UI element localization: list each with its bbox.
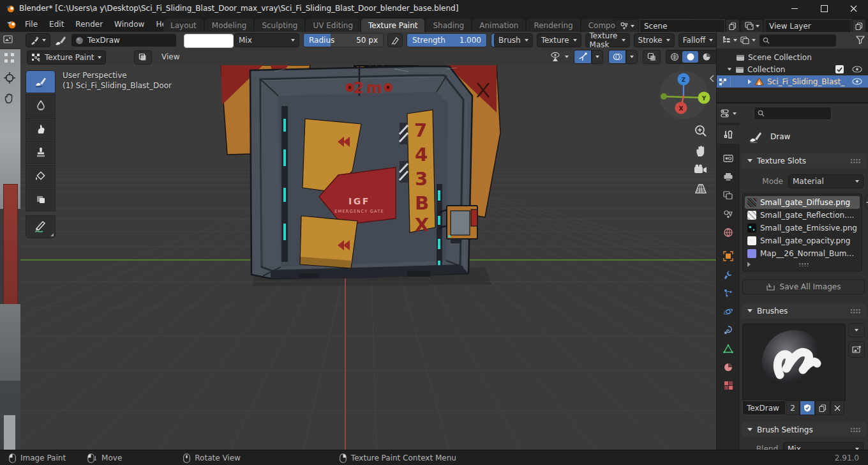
expand-arrow-icon[interactable] — [728, 68, 731, 71]
tab-particles[interactable] — [717, 284, 740, 302]
view-layer-name-field[interactable]: View Layer — [765, 19, 851, 33]
brush-users-count[interactable]: 2 — [786, 400, 800, 415]
tab-material[interactable] — [717, 358, 740, 376]
tool-clone[interactable] — [26, 141, 56, 164]
tab-sculpting[interactable]: Sculpting — [255, 19, 304, 32]
blend-mode-dropdown[interactable]: Mix — [234, 33, 299, 47]
mode-dropdown[interactable]: Material — [788, 174, 864, 188]
camera-view-icon[interactable] — [693, 164, 708, 176]
tool-soften[interactable] — [26, 94, 56, 117]
save-all-images-button[interactable]: Save All Images — [742, 279, 865, 294]
list-expand-icon[interactable] — [747, 262, 751, 267]
tab-output[interactable] — [717, 167, 740, 186]
cursor-icon[interactable] — [3, 72, 16, 84]
strength-slider[interactable]: Strength 1.000 — [407, 33, 487, 47]
tab-rendering[interactable]: Rendering — [527, 19, 580, 32]
tool-annotate[interactable] — [26, 215, 56, 238]
viewport-3d[interactable]: IGF EMERGENCY GATE 7 4 3 B X — [20, 65, 716, 450]
outliner-search-input[interactable] — [759, 34, 837, 47]
brush-settings-panel-header[interactable]: Brush Settings — [742, 422, 866, 437]
texture-slot-item[interactable]: Small_gate_Reflection.... — [745, 209, 860, 222]
texture-slots-panel-header[interactable]: Texture Slots — [742, 153, 866, 168]
falloff-shape-button[interactable] — [134, 50, 152, 65]
outliner-row-object-selected[interactable]: Sci_Fi_Sliding_Blast_ — [717, 75, 868, 88]
hand-icon[interactable] — [3, 92, 16, 105]
outliner-display-mode-dropdown[interactable] — [722, 36, 737, 45]
tab-render[interactable] — [717, 149, 740, 167]
scene-browse-button[interactable] — [615, 19, 639, 33]
scene-new-button[interactable] — [726, 19, 740, 33]
outliner-filter-button[interactable] — [856, 36, 865, 46]
outliner-row-scene-collection[interactable]: Scene Collection — [717, 51, 868, 63]
brush-color-swatch[interactable] — [184, 34, 234, 48]
shading-solid-button[interactable] — [682, 51, 698, 63]
close-button[interactable] — [839, 0, 868, 17]
tab-animation[interactable]: Animation — [472, 19, 525, 32]
tab-scene[interactable] — [717, 204, 740, 223]
zoom-icon[interactable] — [694, 124, 708, 138]
pan-hand-icon[interactable] — [694, 144, 708, 158]
show-overlays-toggle[interactable] — [608, 50, 626, 64]
shading-wireframe-button[interactable] — [666, 51, 682, 63]
popover-texture[interactable]: Texture — [537, 33, 581, 47]
popover-texture-mask[interactable]: Texture Mask — [585, 33, 630, 47]
brush-datablock-field[interactable]: TexDraw — [71, 33, 177, 47]
hide-eye-icon[interactable] — [852, 78, 862, 85]
new-brush-image-button[interactable] — [848, 341, 865, 358]
texture-slot-item[interactable]: Map__26_Normal_Bum... — [745, 247, 860, 260]
duplicate-brush-button[interactable] — [815, 400, 830, 415]
outliner-row-collection[interactable]: Collection — [717, 63, 868, 75]
shading-material-button[interactable] — [698, 51, 714, 63]
visibility-dropdown[interactable] — [550, 52, 569, 62]
view-menu[interactable]: View — [156, 49, 185, 65]
fake-user-toggle[interactable] — [800, 400, 815, 415]
minimize-button[interactable] — [780, 0, 809, 17]
brush-name-field[interactable]: TexDraw — [742, 400, 786, 415]
tab-modifiers[interactable] — [717, 265, 740, 284]
tool-draw[interactable] — [26, 70, 56, 93]
tab-physics[interactable] — [717, 302, 740, 321]
tab-texture-paint[interactable]: Texture Paint — [361, 19, 424, 32]
properties-search-input[interactable] — [754, 107, 832, 120]
menu-window[interactable]: Window — [108, 17, 150, 32]
tab-view-layer[interactable] — [717, 186, 740, 204]
brush-browse-dropdown[interactable] — [848, 323, 865, 337]
panel-grip[interactable] — [850, 158, 861, 164]
popover-brush[interactable]: Brush — [494, 33, 533, 47]
texture-slot-item[interactable]: Small_gate_Emissive.png — [745, 222, 860, 234]
texture-slot-item[interactable]: Small_gate_opacity.png — [745, 234, 860, 247]
list-resize-grip[interactable] — [798, 263, 809, 266]
brush-preview[interactable] — [742, 323, 846, 401]
tab-constraints[interactable] — [717, 321, 740, 339]
navigation-gizmo[interactable]: Z Y X — [659, 71, 710, 119]
menu-edit[interactable]: Edit — [43, 17, 70, 32]
texture-slot-item[interactable]: Small_gate_Diffuse.png — [745, 196, 860, 209]
outliner-filter-collection-dropdown[interactable] — [740, 36, 756, 45]
add-texture-slot-button[interactable]: + — [865, 195, 868, 209]
panel-grip[interactable] — [850, 427, 861, 432]
xray-toggle[interactable] — [643, 50, 661, 64]
tool-mask[interactable] — [26, 188, 56, 211]
radius-slider[interactable]: Radius 50 px — [303, 33, 384, 47]
maximize-button[interactable] — [809, 0, 839, 17]
brush-icon[interactable] — [54, 34, 67, 46]
brushes-panel-header[interactable]: Brushes — [742, 303, 866, 318]
tab-modeling[interactable]: Modeling — [205, 19, 254, 32]
popover-falloff[interactable]: Falloff — [678, 33, 717, 47]
blender-menu-logo-icon[interactable] — [6, 19, 17, 29]
sidebar-collapse-arrow[interactable] — [708, 74, 715, 85]
tab-shading[interactable]: Shading — [426, 19, 471, 32]
menu-render[interactable]: Render — [70, 17, 108, 32]
properties-editor-type-dropdown[interactable] — [721, 109, 737, 118]
tool-smear[interactable] — [26, 118, 56, 141]
view-layer-browse-button[interactable] — [740, 19, 764, 33]
tool-fill[interactable] — [26, 165, 56, 188]
gizmo-dropdown[interactable] — [592, 50, 603, 64]
scene-name-field[interactable]: Scene — [640, 19, 725, 33]
tab-world[interactable] — [717, 223, 740, 241]
tab-object[interactable] — [717, 247, 740, 265]
tab-texture[interactable] — [717, 376, 740, 395]
menu-file[interactable]: File — [19, 17, 43, 32]
tab-object-data[interactable] — [717, 339, 740, 358]
radius-pressure-button[interactable] — [387, 33, 403, 47]
